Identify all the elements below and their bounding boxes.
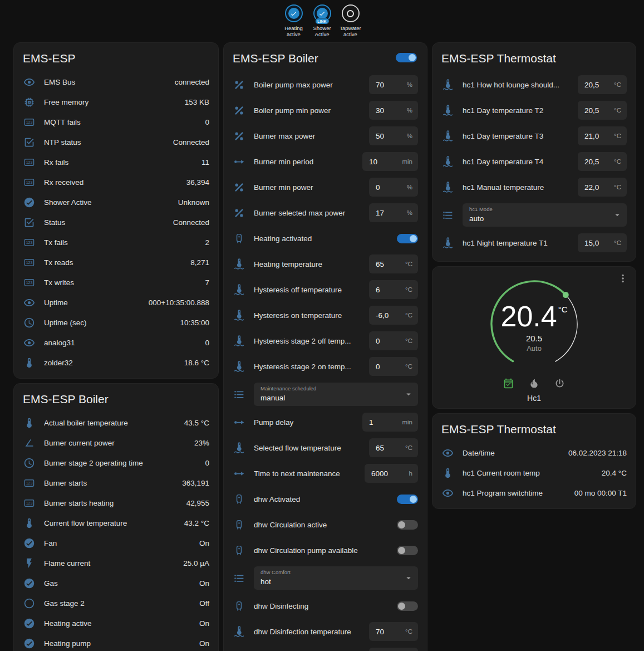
number-input[interactable]: 40°C [369, 648, 418, 651]
entity-row[interactable]: Actual boiler temperature43.5 °C [14, 413, 218, 433]
water-thermo-icon [441, 79, 454, 91]
svg-text:123: 123 [26, 501, 32, 505]
entity-row[interactable]: 123Tx fails2 [14, 232, 218, 252]
fire-icon[interactable] [528, 377, 540, 389]
number-input[interactable]: 0°C [369, 331, 418, 350]
entity-name: Heating pump [44, 639, 193, 648]
select-label: Maintenance scheduled [260, 385, 316, 391]
entity-value: Connected [173, 138, 209, 146]
entity-row[interactable]: 123Rx received36,394 [14, 172, 218, 192]
number-input[interactable]: -6,0°C [369, 306, 418, 325]
thermostat-dial[interactable]: 20.4 °C 20.5 Auto [487, 277, 582, 371]
select-dropdown[interactable]: Maintenance scheduledmanual [254, 383, 418, 406]
number-input[interactable]: 6°C [369, 280, 418, 299]
toggle-switch[interactable] [397, 601, 418, 611]
number-input[interactable]: 0°C [369, 357, 418, 376]
number-input[interactable]: 65°C [369, 438, 418, 457]
number-input[interactable]: 17% [369, 203, 418, 222]
number-input[interactable]: 1min [362, 413, 418, 432]
entity-row[interactable]: NTP statusConnected [14, 132, 218, 152]
entity-row[interactable]: Burner stage 2 operating time0 [14, 453, 218, 473]
entity-row[interactable]: 123Tx reads8,271 [14, 252, 218, 272]
entity-row[interactable]: 123Burner starts363,191 [14, 473, 218, 493]
number-input[interactable]: 10min [362, 152, 418, 171]
toggle-switch[interactable] [397, 546, 418, 555]
entity-row[interactable]: FanOn [14, 533, 218, 553]
card-master-toggle[interactable] [396, 53, 417, 62]
state-badge[interactable]: LINKShower Active [309, 4, 335, 38]
entity-row[interactable]: Heating pumpOn [14, 633, 218, 651]
entity-row[interactable]: 123MQTT fails0 [14, 112, 218, 132]
state-badge[interactable]: Heating active [281, 4, 307, 38]
svg-text:123: 123 [26, 120, 32, 124]
entity-name: Burner current power [44, 439, 188, 447]
entity-row[interactable]: Gas stage 2Off [14, 593, 218, 613]
entity-row[interactable]: Uptime000+10:35:00.888 [14, 292, 218, 312]
number-input[interactable]: 50% [369, 126, 418, 145]
entity-row[interactable]: Shower ActiveUnknown [14, 192, 218, 212]
entity-name: Heating active [44, 619, 193, 628]
entity-name: Fan [44, 539, 193, 547]
number-input[interactable]: 6000h [365, 464, 418, 483]
target-temperature: 20.5 [526, 334, 542, 343]
entity-row[interactable]: 123Tx writes7 [14, 272, 218, 292]
control-name: hc1 How hot lounge should... [463, 81, 578, 89]
entity-row[interactable]: Burner current power23% [14, 433, 218, 453]
entity-name: Burner stage 2 operating time [44, 459, 198, 467]
control-row: Pump delay1min [224, 409, 427, 435]
entity-row[interactable]: hc1 Current room temp20.4 °C [432, 463, 636, 483]
entity-row[interactable]: Flame current25.0 µA [14, 553, 218, 573]
control-name: hc1 Day temperature T2 [463, 106, 578, 115]
entity-name: hc1 Current room temp [463, 469, 595, 477]
select-dropdown[interactable]: dhw Comforthot [254, 566, 418, 590]
entity-row[interactable]: StatusConnected [14, 212, 218, 232]
entity-row[interactable]: analog310 [14, 332, 218, 353]
state-badge[interactable]: Tapwater active [338, 4, 363, 38]
entity-row[interactable]: Uptime (sec)10:35:00 [14, 312, 218, 332]
toggle-switch[interactable] [397, 520, 418, 530]
number-input[interactable]: 0% [369, 178, 418, 197]
thermometer-icon [23, 356, 35, 369]
entity-row[interactable]: 123Burner starts heating42,955 [14, 493, 218, 513]
monitor-check-icon [23, 136, 35, 148]
number-unit: °C [614, 81, 627, 88]
entity-row[interactable]: Heating activeOn [14, 613, 218, 633]
entity-row[interactable]: Date/time06.02.2023 21:18 [432, 443, 636, 463]
more-options-button[interactable] [617, 272, 630, 286]
chevron-down-icon [404, 389, 418, 399]
calendar-check-icon[interactable] [503, 377, 515, 389]
control-name: Heating temperature [254, 260, 369, 268]
entity-value: connected [175, 78, 209, 86]
entity-row[interactable]: Free memory153 KB [14, 92, 218, 112]
number-input[interactable]: 22,0°C [578, 178, 627, 197]
number-value: 22,0 [578, 183, 614, 192]
toggle-switch[interactable] [397, 495, 418, 504]
number-input[interactable]: 30% [369, 101, 418, 120]
control-name: Hysteresis stage 2 off temp... [254, 337, 369, 345]
power-icon[interactable] [554, 377, 566, 389]
entity-row[interactable]: EMS Busconnected [14, 72, 218, 92]
control-name: hc1 Manual temperature [463, 183, 578, 192]
entity-row[interactable]: GasOn [14, 573, 218, 593]
number-unit: % [407, 133, 418, 139]
number-input[interactable]: 21,0°C [578, 126, 627, 145]
control-name: Burner min power [254, 183, 369, 192]
number-input[interactable]: 65°C [369, 254, 418, 273]
number-input[interactable]: 20,5°C [578, 75, 627, 94]
entity-value: 153 KB [185, 98, 209, 106]
number-unit: % [407, 209, 418, 216]
number-input[interactable]: 70% [369, 75, 418, 94]
control-list: Boiler pump max power70%Boiler pump min … [224, 72, 427, 651]
number-unit: °C [614, 107, 627, 114]
number-input[interactable]: 20,5°C [578, 152, 627, 171]
number-input[interactable]: 20,5°C [578, 101, 627, 120]
select-dropdown[interactable]: hc1 Modeauto [463, 203, 627, 227]
number-input[interactable]: 70°C [369, 622, 418, 641]
water-thermo-icon [233, 283, 245, 296]
entity-row[interactable]: hc1 Program switchtime00 mo 00:00 T1 [432, 483, 636, 503]
entity-row[interactable]: zolder3218.6 °C [14, 353, 218, 373]
entity-row[interactable]: Current flow temperature43.2 °C [14, 513, 218, 533]
entity-row[interactable]: 123Rx fails11 [14, 152, 218, 172]
number-input[interactable]: 15,0°C [578, 233, 627, 252]
toggle-switch[interactable] [397, 234, 418, 243]
